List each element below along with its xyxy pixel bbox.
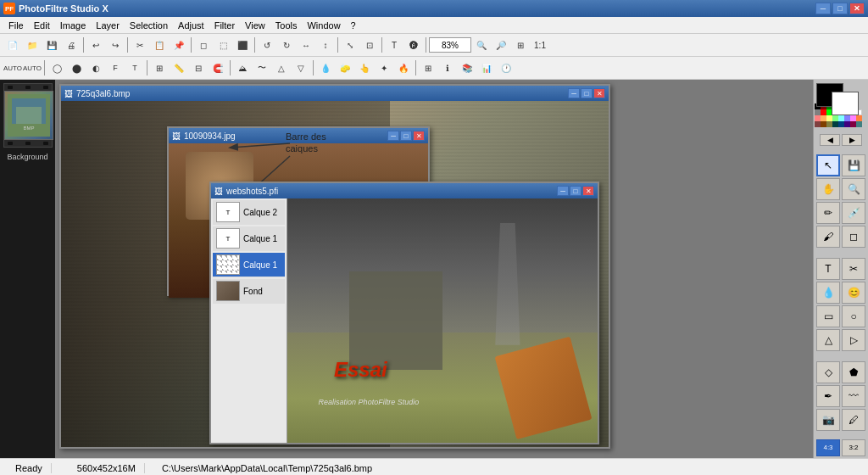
- close-button[interactable]: ✕: [849, 3, 865, 14]
- tool-brush[interactable]: 🖌: [816, 226, 840, 248]
- tb-snap[interactable]: 🧲: [209, 59, 227, 77]
- layer-item-fond[interactable]: Fond: [213, 279, 285, 304]
- tool-poly[interactable]: ⬟: [842, 361, 865, 383]
- tool-save[interactable]: 💾: [842, 154, 865, 176]
- pfi-win-minimize[interactable]: ─: [557, 186, 569, 196]
- pfi-image-window[interactable]: 🖼 webshots5.pfi ─ □ ✕ T: [209, 182, 599, 444]
- tool-pencil[interactable]: ✏: [816, 202, 840, 224]
- tb-text[interactable]: T: [385, 36, 403, 54]
- menu-tools[interactable]: Tools: [270, 19, 303, 32]
- tb-open[interactable]: 📁: [23, 36, 42, 54]
- pc3[interactable]: [826, 115, 832, 121]
- menu-filter[interactable]: Filter: [209, 19, 240, 32]
- tool-triangle[interactable]: △: [816, 329, 840, 351]
- layer-item-calque1b[interactable]: Calque 1: [213, 253, 285, 277]
- jpg-win-maximize[interactable]: □: [400, 131, 412, 141]
- tool-diamond[interactable]: ◇: [816, 361, 840, 383]
- tb-brush-size[interactable]: ◯: [47, 59, 66, 77]
- menu-file[interactable]: File: [3, 19, 29, 32]
- main-image-window[interactable]: 🖼 725q3al6.bmp ─ □ ✕: [59, 84, 610, 449]
- tb-f1[interactable]: F: [106, 59, 125, 77]
- tool-rect[interactable]: ▭: [816, 305, 840, 327]
- menu-layer[interactable]: Layer: [91, 19, 125, 32]
- color-gray[interactable]: [815, 109, 821, 115]
- layer-item-calque1a[interactable]: T Calque 1: [213, 226, 285, 251]
- tb-select-all[interactable]: ◻: [194, 36, 213, 54]
- tb-auto1[interactable]: AUTO: [3, 59, 22, 77]
- menu-window[interactable]: Window: [302, 19, 345, 32]
- tool-scissors[interactable]: ✂: [842, 258, 865, 280]
- color-preview[interactable]: [816, 83, 865, 86]
- tool-select[interactable]: ↖: [816, 154, 840, 176]
- background-color[interactable]: [832, 92, 859, 115]
- menu-view[interactable]: View: [240, 19, 270, 32]
- pc1[interactable]: [815, 115, 821, 121]
- tb-down-tri[interactable]: ▽: [292, 59, 310, 77]
- jpg-win-close[interactable]: ✕: [413, 131, 425, 141]
- main-win-minimize[interactable]: ─: [568, 88, 580, 98]
- tb-wave[interactable]: 〜: [253, 59, 271, 77]
- tool-pipette[interactable]: 💉: [842, 202, 865, 224]
- tool-pen[interactable]: ✒: [816, 385, 840, 407]
- tool-face[interactable]: 😊: [842, 282, 865, 304]
- tb-actual[interactable]: 1:1: [531, 36, 549, 54]
- tb-auto2[interactable]: AUTO: [23, 59, 42, 77]
- minimize-button[interactable]: ─: [815, 3, 831, 14]
- tb-redo[interactable]: ↪: [106, 36, 125, 54]
- main-win-close[interactable]: ✕: [593, 88, 605, 98]
- pd2[interactable]: [821, 121, 826, 127]
- tb-new[interactable]: 📄: [3, 36, 22, 54]
- tb-paste[interactable]: 📌: [170, 36, 188, 54]
- tool-zoom[interactable]: 🔍: [842, 178, 865, 200]
- jpg-win-minimize[interactable]: ─: [387, 131, 399, 141]
- color-red[interactable]: [821, 109, 826, 115]
- pd1[interactable]: [815, 121, 821, 127]
- tb-save[interactable]: 💾: [42, 36, 61, 54]
- pd5[interactable]: [838, 121, 844, 127]
- menu-adjust[interactable]: Adjust: [173, 19, 209, 32]
- tool-fill[interactable]: 💧: [816, 282, 840, 304]
- tb-guides[interactable]: ⊟: [189, 59, 208, 77]
- tb-undo[interactable]: ↩: [86, 36, 105, 54]
- pd4[interactable]: [832, 121, 838, 127]
- tool-text[interactable]: T: [816, 258, 840, 280]
- zoom-input[interactable]: [429, 37, 471, 53]
- tb-copy[interactable]: 📋: [150, 36, 169, 54]
- maximize-button[interactable]: □: [832, 3, 848, 14]
- tb-rotate-right[interactable]: ↻: [277, 36, 296, 54]
- pc2[interactable]: [821, 115, 826, 121]
- tb-zoom-in[interactable]: 🔎: [492, 36, 510, 54]
- pd3[interactable]: [826, 121, 832, 127]
- tb-pattern[interactable]: ⊞: [419, 59, 437, 77]
- tb-mountain[interactable]: ⛰: [233, 59, 252, 77]
- tb-sponge[interactable]: 🧽: [336, 59, 354, 77]
- tb-layers[interactable]: 📚: [458, 59, 476, 77]
- pfi-win-close[interactable]: ✕: [582, 186, 594, 196]
- tb-triangle[interactable]: △: [272, 59, 291, 77]
- tb-zoom-out[interactable]: 🔍: [472, 36, 491, 54]
- tool-stamp[interactable]: 🖊: [842, 409, 865, 431]
- menu-selection[interactable]: Selection: [125, 19, 173, 32]
- tb-drop[interactable]: 💧: [316, 59, 335, 77]
- tb-sharpen[interactable]: ✦: [375, 59, 393, 77]
- tb-ruler[interactable]: 📏: [170, 59, 188, 77]
- pc7[interactable]: [850, 115, 856, 121]
- layer-item-calque2[interactable]: T Calque 2: [213, 200, 285, 225]
- tb-flip-h[interactable]: ↔: [297, 36, 315, 54]
- tool-camera[interactable]: 📷: [816, 409, 840, 431]
- tb-info[interactable]: ℹ: [438, 59, 457, 77]
- menu-help[interactable]: ?: [346, 19, 361, 32]
- menu-image[interactable]: Image: [55, 19, 92, 32]
- tb-smudge[interactable]: 👆: [355, 59, 374, 77]
- tb-burn[interactable]: 🔥: [394, 59, 413, 77]
- tb-grid[interactable]: ⊞: [150, 59, 169, 77]
- pd8[interactable]: [856, 121, 862, 127]
- tb-fit[interactable]: ⊞: [511, 36, 530, 54]
- tool-ratio-32[interactable]: 3:2: [842, 439, 865, 456]
- tb-invert[interactable]: ⬛: [233, 36, 252, 54]
- tool-lasso[interactable]: 〰: [842, 385, 865, 407]
- pd6[interactable]: [844, 121, 850, 127]
- tool-arrow[interactable]: ▷: [842, 329, 865, 351]
- tb-brush-shape[interactable]: ⬤: [67, 59, 86, 77]
- pc4[interactable]: [832, 115, 838, 121]
